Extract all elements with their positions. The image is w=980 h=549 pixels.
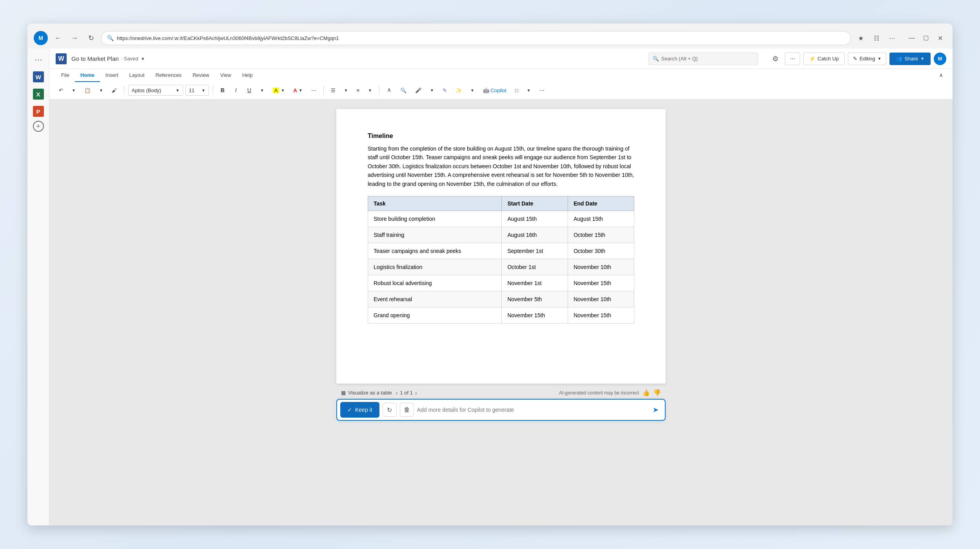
user-avatar[interactable]: M bbox=[934, 53, 946, 65]
favorites-icon[interactable]: ★ bbox=[855, 32, 867, 44]
regenerate-button[interactable]: ↻ bbox=[383, 403, 397, 417]
visualize-link[interactable]: ▦ Visualize as a table bbox=[341, 390, 392, 396]
list-dropdown-button[interactable]: ▼ bbox=[341, 84, 351, 96]
tab-file[interactable]: File bbox=[56, 69, 75, 82]
thumbs-down-button[interactable]: 👎 bbox=[653, 389, 661, 396]
maximize-button[interactable]: ☐ bbox=[920, 32, 932, 44]
tab-layout[interactable]: Layout bbox=[124, 69, 150, 82]
table-row: Grand openingNovember 15thNovember 15th bbox=[368, 307, 634, 323]
bold-button[interactable]: B bbox=[217, 85, 228, 96]
apps-icon[interactable]: ⋯ bbox=[31, 52, 46, 67]
word-logo: W bbox=[56, 53, 67, 64]
tab-help[interactable]: Help bbox=[237, 69, 258, 82]
tab-insert[interactable]: Insert bbox=[100, 69, 124, 82]
window-controls: — ☐ ✕ bbox=[906, 32, 946, 44]
header-search[interactable]: 🔍 Search (Alt + Q) bbox=[648, 53, 758, 65]
tab-review[interactable]: Review bbox=[187, 69, 215, 82]
browser-actions: ★ ☷ ⋯ bbox=[855, 32, 898, 44]
share-people-icon: 👥 bbox=[896, 56, 902, 62]
title-dropdown-icon[interactable]: ▼ bbox=[141, 56, 145, 61]
table-view-button[interactable]: □ bbox=[512, 84, 521, 96]
document-title[interactable]: Go to Market Plan bbox=[71, 55, 119, 62]
editing-button[interactable]: ✎ Editing ▼ bbox=[848, 53, 887, 65]
browser-menu-icon[interactable]: ⋯ bbox=[886, 32, 898, 44]
undo-dropdown-button[interactable]: ▼ bbox=[69, 84, 79, 96]
editor-button[interactable]: ✎ bbox=[439, 84, 450, 96]
font-family-selector[interactable]: Aptos (Body) ▼ bbox=[128, 85, 183, 96]
forward-button[interactable]: → bbox=[68, 32, 81, 44]
table-cell-6-2: November 15th bbox=[568, 307, 634, 323]
styles-button[interactable]: Ａ bbox=[383, 84, 395, 96]
copilot-ribbon-button[interactable]: 🤖 Copilot bbox=[480, 84, 510, 96]
browser-profile-avatar[interactable]: M bbox=[34, 31, 48, 45]
thumbs-up-button[interactable]: 👍 bbox=[642, 389, 650, 396]
table-cell-0-1: August 15th bbox=[502, 211, 568, 227]
find-button[interactable]: 🔍 bbox=[397, 84, 410, 96]
close-button[interactable]: ✕ bbox=[934, 32, 946, 44]
page-indicator-text: 1 of 1 bbox=[400, 390, 413, 396]
clipboard-dropdown-button[interactable]: ▼ bbox=[96, 84, 106, 96]
ribbon-more-button[interactable]: ⋯ bbox=[536, 84, 548, 96]
align-dropdown-button[interactable]: ▼ bbox=[365, 84, 375, 96]
next-page-button[interactable]: › bbox=[415, 390, 417, 396]
font-size-selector[interactable]: 11 ▼ bbox=[185, 85, 209, 96]
main-content: W Go to Market Plan · Saved ▼ 🔍 Search (… bbox=[49, 49, 953, 525]
tab-references[interactable]: References bbox=[150, 69, 187, 82]
format-painter-button[interactable]: 🖌 bbox=[109, 84, 120, 96]
powerpoint-app-icon[interactable]: P bbox=[31, 104, 46, 119]
designer-dropdown-button[interactable]: ▼ bbox=[467, 84, 477, 96]
table-row: Event rehearsalNovember 5thNovember 10th bbox=[368, 291, 634, 307]
table-cell-1-1: August 16th bbox=[502, 227, 568, 243]
catch-up-button[interactable]: ⚡ Catch Up bbox=[803, 53, 845, 65]
word-app-icon[interactable]: W bbox=[31, 69, 46, 85]
table-dropdown-button[interactable]: ▼ bbox=[524, 84, 534, 96]
delete-button[interactable]: 🗑 bbox=[400, 403, 414, 417]
collections-icon[interactable]: ☷ bbox=[870, 32, 883, 44]
timeline-heading: Timeline bbox=[368, 133, 634, 140]
document-area[interactable]: Timeline Starting from the completion of… bbox=[49, 100, 953, 525]
underline-button[interactable]: U bbox=[244, 85, 255, 96]
excel-logo-small: X bbox=[33, 89, 44, 100]
ribbon-sep-3 bbox=[323, 86, 324, 95]
tab-view[interactable]: View bbox=[215, 69, 237, 82]
bullet-list-button[interactable]: ☰ bbox=[328, 84, 339, 96]
add-app-button[interactable]: + bbox=[33, 121, 44, 132]
prev-page-button[interactable]: ‹ bbox=[396, 390, 398, 396]
dictate-dropdown-button[interactable]: ▼ bbox=[427, 84, 437, 96]
italic-button[interactable]: I bbox=[230, 85, 241, 96]
timeline-paragraph[interactable]: Starting from the completion of the stor… bbox=[368, 144, 634, 188]
editing-label: Editing bbox=[860, 56, 875, 62]
more-format-button[interactable]: ⋯ bbox=[308, 84, 319, 96]
tab-home[interactable]: Home bbox=[75, 69, 100, 82]
table-cell-3-2: November 10th bbox=[568, 259, 634, 275]
document-page: Timeline Starting from the completion of… bbox=[336, 109, 666, 384]
share-dropdown-icon: ▼ bbox=[920, 56, 924, 61]
share-button[interactable]: 👥 Share ▼ bbox=[889, 53, 931, 65]
clipboard-button[interactable]: 📋 bbox=[81, 84, 94, 96]
refresh-button[interactable]: ↻ bbox=[85, 32, 97, 44]
header-search-icon: 🔍 bbox=[653, 56, 659, 62]
address-bar[interactable]: 🔍 https://onedrive.live.com/:w:/t/EaCKkP… bbox=[101, 31, 851, 45]
editing-dropdown-icon: ▼ bbox=[877, 56, 881, 61]
settings-icon[interactable]: ⚙ bbox=[769, 53, 782, 65]
excel-app-icon[interactable]: X bbox=[31, 86, 46, 102]
copilot-prompt-input[interactable] bbox=[417, 403, 646, 417]
catch-up-label: Catch Up bbox=[818, 56, 839, 62]
back-button[interactable]: ← bbox=[52, 32, 64, 44]
ribbon-collapse-button[interactable]: ∧ bbox=[936, 69, 946, 81]
copilot-send-button[interactable]: ➤ bbox=[649, 404, 662, 416]
more-options-button[interactable]: ⋯ bbox=[785, 53, 800, 65]
highlight-button[interactable]: A▼ bbox=[270, 84, 288, 96]
designer-button[interactable]: ✨ bbox=[452, 84, 465, 96]
keep-it-button[interactable]: ✓ Keep it bbox=[340, 402, 379, 418]
table-row: Logistics finalizationOctober 1stNovembe… bbox=[368, 259, 634, 275]
table-cell-0-2: August 15th bbox=[568, 211, 634, 227]
minimize-button[interactable]: — bbox=[906, 32, 918, 44]
undo-button[interactable]: ↶ bbox=[56, 84, 66, 96]
header-actions: ⚙ ⋯ ⚡ Catch Up ✎ Editing ▼ 👥 Share ▼ bbox=[769, 53, 946, 65]
paragraph-align-button[interactable]: ≡ bbox=[354, 84, 363, 96]
underline-dropdown-button[interactable]: ▼ bbox=[257, 84, 267, 96]
font-color-button[interactable]: A▼ bbox=[290, 84, 305, 96]
table-cell-6-1: November 15th bbox=[502, 307, 568, 323]
dictate-button[interactable]: 🎤 bbox=[412, 84, 425, 96]
